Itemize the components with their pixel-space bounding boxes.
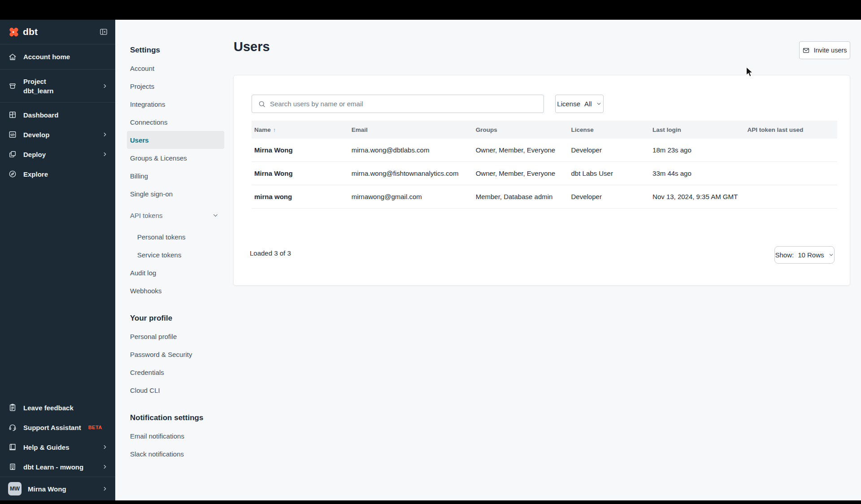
chevron-right-icon — [102, 131, 108, 138]
sidebar-item-label: Leave feedback — [23, 404, 108, 412]
dbt-logo-icon — [7, 26, 19, 38]
sidebar-item-help-guides[interactable]: Help & Guides — [0, 437, 115, 457]
chevron-right-icon — [102, 464, 108, 470]
column-header-api-token[interactable]: API token last used — [745, 126, 837, 133]
user-email-cell: mirna.wong@fishtownanalytics.com — [349, 169, 473, 177]
settings-nav-item-api-tokens[interactable]: API tokens — [127, 206, 224, 224]
sidebar-item-sublabel: dbt_learn — [23, 87, 96, 95]
sidebar-collapse-icon[interactable] — [99, 27, 108, 36]
table-header-row: Name ↑ Email Groups License Last login A… — [252, 121, 837, 139]
chevron-right-icon — [102, 151, 108, 157]
license-filter-value: All — [584, 100, 592, 108]
primary-sidebar: dbt Account home Project dbt_learn — [0, 20, 115, 500]
envelope-icon — [802, 47, 810, 54]
settings-nav-item-email-notifications[interactable]: Email notifications — [127, 427, 224, 445]
sidebar-item-dbt-learn-account[interactable]: dbt Learn - mwong — [0, 457, 115, 477]
column-header-last-login[interactable]: Last login — [650, 126, 745, 133]
compass-icon — [8, 169, 17, 178]
sidebar-item-leave-feedback[interactable]: Leave feedback — [0, 398, 115, 417]
user-email-cell: mirnawong@gmail.com — [349, 193, 473, 200]
top-black-bar — [0, 0, 861, 20]
sidebar-item-label: dbt Learn - mwong — [23, 463, 96, 471]
chevron-right-icon — [102, 444, 108, 450]
settings-nav-item-account[interactable]: Account — [127, 59, 224, 77]
dbt-logo-text: dbt — [23, 26, 38, 37]
avatar: MW — [8, 482, 22, 495]
user-name: Mirna Wong — [28, 485, 96, 493]
settings-nav-item-billing[interactable]: Billing — [127, 167, 224, 185]
search-icon — [258, 100, 266, 108]
column-header-email[interactable]: Email — [349, 126, 473, 133]
settings-nav-item-service-tokens[interactable]: Service tokens — [127, 246, 224, 264]
settings-nav-item-users[interactable]: Users — [127, 131, 224, 149]
nav-gap — [115, 224, 229, 228]
invite-users-button[interactable]: Invite users — [799, 41, 850, 59]
table-row[interactable]: mirna wong mirnawong@gmail.com Member, D… — [252, 185, 837, 209]
license-filter-dropdown[interactable]: License All — [555, 95, 604, 113]
user-license-cell: dbt Labs User — [569, 169, 650, 177]
user-groups-cell: Owner, Member, Everyone — [473, 146, 569, 154]
dbt-logo[interactable]: dbt — [7, 26, 38, 38]
settings-nav-item-single-sign-on[interactable]: Single sign-on — [127, 185, 224, 203]
sidebar-spacer — [0, 184, 115, 398]
settings-nav-item-projects[interactable]: Projects — [127, 77, 224, 95]
code-window-icon — [8, 130, 17, 139]
settings-nav-item-webhooks[interactable]: Webhooks — [127, 282, 224, 300]
bottom-black-bar — [0, 500, 861, 504]
show-label: Show: — [775, 251, 794, 259]
book-icon — [8, 443, 17, 452]
user-email-cell: mirna.wong@dbtlabs.com — [349, 146, 473, 154]
user-groups-cell: Member, Database admin — [473, 193, 569, 200]
sidebar-item-label: Explore — [23, 170, 108, 178]
users-table: Name ↑ Email Groups License Last login A… — [252, 121, 837, 209]
settings-nav-item-audit-log[interactable]: Audit log — [127, 264, 224, 282]
table-row[interactable]: Mirna Wong mirna.wong@dbtlabs.com Owner,… — [252, 139, 837, 162]
user-last-login-cell: 33m 44s ago — [650, 169, 745, 177]
search-input[interactable] — [270, 95, 544, 113]
settings-nav-item-groups-licenses[interactable]: Groups & Licenses — [127, 149, 224, 167]
user-license-cell: Developer — [569, 193, 650, 200]
sidebar-item-project[interactable]: Project dbt_learn — [0, 70, 115, 102]
column-header-name[interactable]: Name ↑ — [252, 126, 349, 133]
user-groups-cell: Owner, Member, Everyone — [473, 169, 569, 177]
logo-row: dbt — [0, 20, 115, 44]
user-name-cell: Mirna Wong — [252, 169, 349, 177]
sidebar-item-label: Help & Guides — [23, 443, 96, 451]
settings-nav-item-cloud-cli[interactable]: Cloud CLI — [127, 381, 224, 399]
sidebar-item-explore[interactable]: Explore — [0, 164, 115, 184]
rows-per-page-dropdown[interactable]: Show: 10 Rows — [774, 246, 835, 264]
column-header-groups[interactable]: Groups — [473, 126, 569, 133]
headset-icon — [8, 423, 17, 432]
settings-nav-item-personal-tokens[interactable]: Personal tokens — [127, 228, 224, 246]
project-box-icon — [8, 82, 17, 91]
main-content: Users Invite users License All — [229, 20, 861, 500]
table-row[interactable]: Mirna Wong mirna.wong@fishtownanalytics.… — [252, 162, 837, 185]
sidebar-item-develop[interactable]: Develop — [0, 125, 115, 144]
user-license-cell: Developer — [569, 146, 650, 154]
chevron-right-icon — [102, 83, 108, 89]
column-header-license[interactable]: License — [569, 126, 650, 133]
settings-nav-item-password-security[interactable]: Password & Security — [127, 345, 224, 363]
sidebar-item-label: Support Assistant — [23, 424, 81, 431]
invite-users-label: Invite users — [813, 47, 847, 54]
chevron-down-icon — [596, 101, 602, 107]
api-tokens-label: API tokens — [130, 212, 163, 219]
sidebar-item-account-home[interactable]: Account home — [0, 44, 115, 69]
settings-nav-item-personal-profile[interactable]: Personal profile — [127, 327, 224, 345]
sidebar-item-deploy[interactable]: Deploy — [0, 144, 115, 164]
page-title: Users — [234, 39, 270, 54]
settings-nav-item-credentials[interactable]: Credentials — [127, 363, 224, 381]
settings-nav-item-slack-notifications[interactable]: Slack notifications — [127, 445, 224, 463]
notification-settings-title: Notification settings — [115, 409, 229, 427]
user-last-login-cell: 18m 23s ago — [650, 146, 745, 154]
search-box[interactable] — [252, 95, 544, 113]
settings-nav-item-connections[interactable]: Connections — [127, 113, 224, 131]
settings-nav-item-integrations[interactable]: Integrations — [127, 95, 224, 113]
user-name-cell: mirna wong — [252, 193, 349, 200]
sidebar-item-support-assistant[interactable]: Support Assistant BETA — [0, 417, 115, 437]
home-icon — [8, 52, 17, 61]
sidebar-item-dashboard[interactable]: Dashboard — [0, 105, 115, 125]
sidebar-item-label: Account home — [23, 53, 108, 61]
sidebar-user-menu[interactable]: MW Mirna Wong — [0, 477, 115, 500]
sidebar-nav-group: Dashboard Develop Deploy — [0, 103, 115, 184]
